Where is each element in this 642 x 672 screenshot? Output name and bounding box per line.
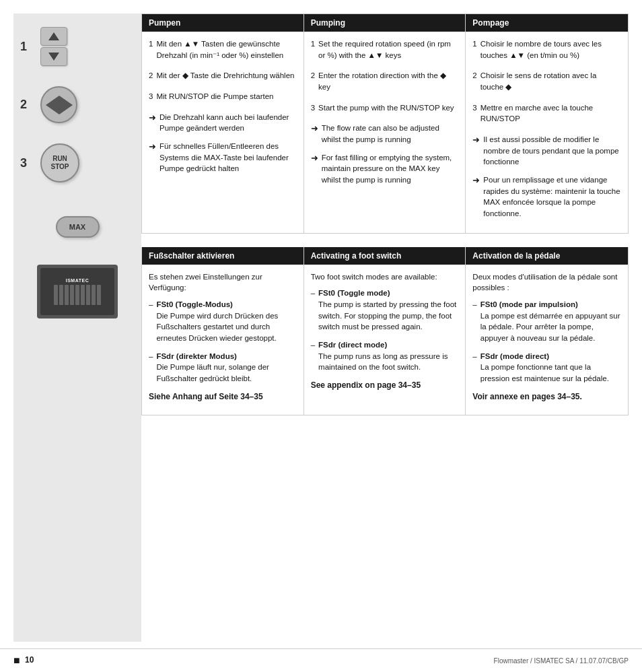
fr-dash-1: – bbox=[472, 299, 476, 344]
up-down-buttons bbox=[40, 27, 67, 66]
fr-step-3-text: Mettre en marche avec la touche RUN/STOP bbox=[480, 102, 621, 125]
fr-foot-item-2-text: FSdr (mode direct)La pompe fonctionne ta… bbox=[480, 351, 621, 384]
en-step-3-text: Start the pump with the RUN/STOP key bbox=[318, 102, 454, 114]
en-bullet-1-text: The flow rate can also be adjusted whils… bbox=[322, 123, 459, 145]
column-de: Pumpen 1 Mit den ▲▼ Tasten die gewünscht… bbox=[142, 14, 304, 233]
en-foot-item-1-text: FSt0 (Toggle mode)The pump is started by… bbox=[318, 288, 458, 333]
de-step-2-text: Mit der ◆ Taste die Drehrichtung wählen bbox=[156, 70, 294, 81]
direction-right-icon bbox=[59, 96, 73, 114]
col-header-de: Pumpen bbox=[142, 14, 304, 32]
en-step-2: 2 Enter the rotation direction with the … bbox=[311, 70, 459, 92]
fr-bullet-2-text: Pour un remplissage et une vidange rapid… bbox=[483, 174, 621, 220]
col-header-fr: Pompage bbox=[466, 14, 628, 32]
fr-foot-item-1-text: FSt0 (mode par impulsion)La pompe est dé… bbox=[480, 299, 621, 344]
de-step-3: 3 Mit RUN/STOP die Pumpe starten bbox=[149, 91, 297, 102]
de-foot-footer: Siehe Anhang auf Seite 34–35 bbox=[149, 391, 297, 403]
stop-label: STOP bbox=[50, 163, 69, 171]
en-bullet-2: ➜ For fast filling or emptying the syste… bbox=[311, 152, 459, 186]
de-step-1-text: Mit den ▲▼ Tasten die gewünschte Drehzah… bbox=[156, 38, 296, 61]
lower-body-fr: Deux modes d'utilisation de la pédale so… bbox=[466, 265, 628, 415]
col-header-en: Pumping bbox=[304, 14, 466, 32]
step-number-2: 2 bbox=[20, 98, 34, 112]
col-body-de: 1 Mit den ▲▼ Tasten die gewünschte Drehz… bbox=[142, 32, 304, 188]
bullet-arrow-icon-5: ➜ bbox=[472, 134, 480, 168]
fr-foot-item-2: – FSdr (mode direct)La pompe fonctionne … bbox=[472, 351, 621, 384]
en-dash-2: – bbox=[311, 339, 315, 373]
main-content: 1 2 bbox=[0, 0, 642, 648]
device-image: ISMATEC bbox=[37, 265, 118, 318]
en-step-2-num: 2 bbox=[311, 70, 315, 92]
column-fr: Pompage 1 Choisir le nombre de tours ave… bbox=[466, 14, 628, 233]
en-step-1-num: 1 bbox=[311, 38, 315, 61]
device-ribs bbox=[54, 285, 101, 305]
run-stop-button[interactable]: RUN STOP bbox=[40, 143, 79, 182]
en-foot-intro: Two foot switch modes are available: bbox=[311, 271, 459, 283]
fr-step-1: 1 Choisir le nombre de tours avec les to… bbox=[472, 38, 621, 61]
up-arrow-icon bbox=[48, 32, 59, 40]
de-foot-item-2: – FSdr (direkter Modus)Die Pumpe läuft n… bbox=[149, 351, 297, 384]
de-dash-1: – bbox=[149, 299, 153, 344]
max-label: MAX bbox=[69, 223, 85, 231]
en-step-1-text: Set the required rotation speed (in rpm … bbox=[318, 38, 458, 61]
rib-2 bbox=[59, 285, 63, 305]
en-foot-item-2: – FSdr (direct mode)The pump runs as lon… bbox=[311, 339, 459, 373]
fr-bullet-1-text: Il est aussi possible de modifier le nom… bbox=[483, 134, 621, 168]
down-arrow-icon bbox=[48, 53, 59, 61]
de-foot-item-1-text: FSt0 (Toggle-Modus)Die Pumpe wird durch … bbox=[156, 299, 296, 344]
device-inner: ISMATEC bbox=[40, 268, 114, 315]
lower-body-en: Two foot switch modes are available: – F… bbox=[304, 265, 466, 404]
step-number-1: 1 bbox=[20, 40, 34, 54]
fr-foot-item-1: – FSt0 (mode par impulsion)La pompe est … bbox=[472, 299, 621, 344]
fr-foot-intro: Deux modes d'utilisation de la pédale so… bbox=[472, 271, 621, 294]
fr-foot-footer: Voir annexe en pages 34–35. bbox=[472, 391, 621, 403]
fr-step-1-num: 1 bbox=[472, 38, 476, 61]
rib-4 bbox=[70, 285, 74, 305]
de-bullet-2-text: Für schnelles Füllen/Entleeren des Syste… bbox=[159, 141, 297, 174]
bullet-arrow-icon-4: ➜ bbox=[311, 152, 318, 186]
en-bullet-1: ➜ The flow rate can also be adjusted whi… bbox=[311, 123, 459, 145]
en-bullet-2-text: For fast filling or emptying the system,… bbox=[322, 152, 459, 186]
direction-left-icon bbox=[46, 96, 59, 114]
device-brand-label: ISMATEC bbox=[66, 278, 89, 283]
de-bullet-1: ➜ Die Drehzahl kann auch bei laufender P… bbox=[149, 112, 297, 134]
de-foot-intro: Es stehen zwei Einstellungen zur Verfügu… bbox=[149, 271, 297, 294]
up-arrow-button[interactable] bbox=[40, 27, 67, 46]
rib-1 bbox=[54, 285, 58, 305]
direction-button[interactable] bbox=[40, 86, 77, 123]
en-step-1: 1 Set the required rotation speed (in rp… bbox=[311, 38, 459, 61]
en-step-3: 3 Start the pump with the RUN/STOP key bbox=[311, 102, 459, 114]
left-panel: 1 2 bbox=[13, 13, 141, 642]
column-en: Pumping 1 Set the required rotation spee… bbox=[304, 14, 466, 233]
page-number-value: 10 bbox=[25, 655, 34, 665]
rib-6 bbox=[81, 285, 85, 305]
lower-header-de: Fußschalter aktivieren bbox=[142, 247, 304, 265]
fr-bullet-1: ➜ Il est aussi possible de modifier le n… bbox=[472, 134, 621, 168]
fr-step-3-num: 3 bbox=[472, 102, 476, 125]
down-arrow-button[interactable] bbox=[40, 47, 67, 66]
en-step-2-text: Enter the rotation direction with the ◆ … bbox=[318, 70, 458, 92]
rib-9 bbox=[97, 285, 101, 305]
page: 1 2 bbox=[0, 0, 642, 672]
de-foot-item-1: – FSt0 (Toggle-Modus)Die Pumpe wird durc… bbox=[149, 299, 297, 344]
page-footer: ■ 10 Flowmaster / ISMATEC SA / 11.07.07/… bbox=[0, 648, 642, 672]
top-three-columns: Pumpen 1 Mit den ▲▼ Tasten die gewünscht… bbox=[141, 13, 629, 234]
de-step-1: 1 Mit den ▲▼ Tasten die gewünschte Drehz… bbox=[149, 38, 297, 61]
de-bullet-1-text: Die Drehzahl kann auch bei laufender Pum… bbox=[159, 112, 297, 134]
de-step-3-num: 3 bbox=[149, 91, 153, 102]
de-foot-item-2-text: FSdr (direkter Modus)Die Pumpe läuft nur… bbox=[156, 351, 296, 384]
run-label: RUN bbox=[52, 155, 67, 163]
rib-3 bbox=[65, 285, 69, 305]
bullet-arrow-icon-2: ➜ bbox=[149, 141, 156, 174]
lower-header-en: Activating a foot switch bbox=[304, 247, 466, 265]
de-step-3-text: Mit RUN/STOP die Pumpe starten bbox=[156, 91, 273, 102]
max-button[interactable]: MAX bbox=[56, 216, 100, 238]
en-step-3-num: 3 bbox=[311, 102, 315, 114]
control-row-2: 2 bbox=[20, 86, 135, 123]
control-row-1: 1 bbox=[20, 27, 135, 66]
de-step-2: 2 Mit der ◆ Taste die Drehrichtung wähle… bbox=[149, 70, 297, 81]
fr-step-2-num: 2 bbox=[472, 70, 476, 92]
columns-area: Pumpen 1 Mit den ▲▼ Tasten die gewünscht… bbox=[141, 13, 629, 642]
fr-dash-2: – bbox=[472, 351, 476, 384]
fr-step-1-text: Choisir le nombre de tours avec les touc… bbox=[480, 38, 621, 61]
col-body-fr: 1 Choisir le nombre de tours avec les to… bbox=[466, 32, 628, 233]
